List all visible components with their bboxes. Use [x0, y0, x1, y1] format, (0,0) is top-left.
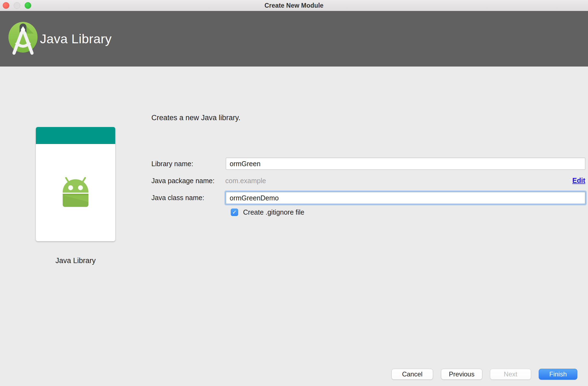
package-name-value: com.example: [225, 177, 266, 185]
window-title: Create New Module: [264, 2, 324, 9]
create-new-module-dialog: Create New Module Java Library: [0, 0, 588, 386]
next-button: Next: [490, 369, 531, 380]
android-robot-icon: [58, 177, 93, 207]
close-window-icon[interactable]: [3, 2, 9, 9]
template-card-label: Java Library: [36, 257, 115, 265]
checkmark-icon: ✓: [232, 209, 237, 215]
wizard-header: Java Library: [0, 11, 588, 67]
traffic-lights: [0, 0, 31, 11]
template-card-banner: [36, 127, 115, 144]
package-name-label: Java package name:: [151, 177, 215, 185]
template-card-body: [36, 144, 115, 241]
library-name-input[interactable]: [226, 158, 585, 170]
content-area: Java Library Creates a new Java library.…: [0, 67, 588, 386]
finish-button[interactable]: Finish: [539, 369, 577, 380]
gitignore-checkbox[interactable]: ✓: [231, 209, 238, 216]
zoom-window-icon[interactable]: [25, 2, 31, 9]
minimize-window-icon: [14, 2, 20, 9]
cancel-button[interactable]: Cancel: [391, 369, 433, 380]
titlebar: Create New Module: [0, 0, 588, 11]
android-studio-logo-icon: [7, 20, 39, 56]
previous-button[interactable]: Previous: [441, 369, 482, 380]
gitignore-label: Create .gitignore file: [243, 208, 304, 216]
library-name-label: Library name:: [151, 160, 193, 168]
class-name-input[interactable]: [226, 192, 585, 204]
template-card: [36, 127, 115, 241]
edit-package-link[interactable]: Edit: [572, 177, 585, 185]
class-name-label: Java class name:: [151, 194, 204, 202]
wizard-title: Java Library: [40, 11, 112, 67]
gitignore-row: ✓ Create .gitignore file: [231, 208, 304, 216]
page-description: Creates a new Java library.: [151, 114, 240, 122]
